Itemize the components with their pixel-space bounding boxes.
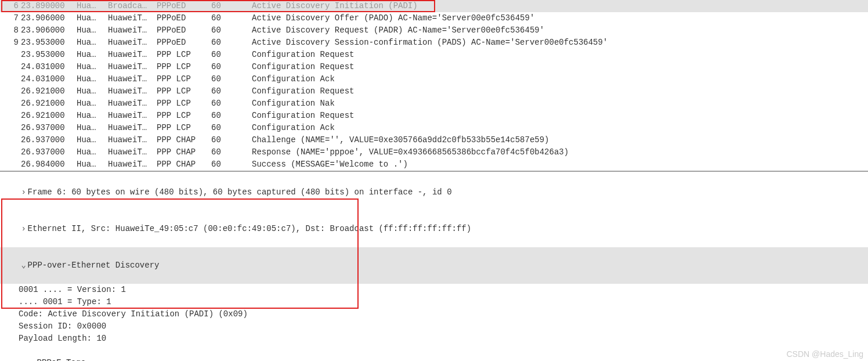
packet-length: 60 (209, 158, 246, 171)
packet-row[interactable]: 26.937000Hua…HuaweiT…PPP LCP60Configurat… (0, 122, 868, 134)
detail-tags-text: PPPoE Tags (37, 358, 86, 361)
packet-source: Hua… (74, 146, 106, 158)
packet-protocol: PPP LCP (154, 122, 209, 134)
packet-length: 60 (209, 85, 246, 98)
packet-info: Configuration Request (246, 85, 868, 98)
packet-length: 60 (209, 37, 246, 49)
detail-frame-text: Frame 6: 60 bytes on wire (480 bits), 60… (28, 187, 452, 197)
packet-source: Hua… (74, 24, 106, 37)
packet-no: 6 (2, 0, 19, 12)
packet-row[interactable]: 24.031000Hua…HuaweiT…PPP LCP60Configurat… (0, 73, 868, 85)
packet-destination: HuaweiT… (106, 85, 154, 98)
packet-no: 7 (2, 12, 19, 24)
packet-row[interactable]: 823.906000Hua…HuaweiT…PPPoED60Active Dis… (0, 24, 868, 37)
packet-source: Hua… (74, 85, 106, 98)
packet-no: 9 (2, 37, 19, 49)
packet-source: Hua… (74, 122, 106, 134)
packet-protocol: PPPoED (154, 12, 209, 24)
detail-type[interactable]: .... 0001 = Type: 1 (0, 296, 868, 308)
caret-right-icon[interactable]: › (20, 223, 28, 235)
packet-protocol: PPP LCP (154, 61, 209, 73)
packet-length: 60 (209, 12, 246, 24)
packet-source: Hua… (74, 98, 106, 110)
detail-session-id[interactable]: Session ID: 0x0000 (0, 320, 868, 333)
packet-destination: HuaweiT… (106, 146, 154, 158)
packet-time: 26.921000 (19, 98, 74, 110)
packet-row[interactable]: 723.906000Hua…HuaweiT…PPPoED60Active Dis… (0, 12, 868, 24)
packet-row[interactable]: 26.937000Hua…HuaweiT…PPP CHAP60Challenge… (0, 134, 868, 146)
packet-list: 623.890000Hua…Broadca…PPPoED60Active Dis… (0, 0, 868, 171)
packet-row[interactable]: 623.890000Hua…Broadca…PPPoED60Active Dis… (0, 0, 868, 12)
packet-no (2, 122, 19, 134)
packet-row[interactable]: 26.921000Hua…HuaweiT…PPP LCP60Configurat… (0, 85, 868, 98)
packet-time: 24.031000 (19, 73, 74, 85)
packet-source: Hua… (74, 110, 106, 122)
packet-protocol: PPP LCP (154, 98, 209, 110)
packet-no (2, 146, 19, 158)
packet-destination: HuaweiT… (106, 110, 154, 122)
packet-length: 60 (209, 98, 246, 110)
packet-source: Hua… (74, 37, 106, 49)
packet-info: Active Discovery Request (PADR) AC-Name=… (246, 24, 868, 37)
detail-code[interactable]: Code: Active Discovery Initiation (PADI)… (0, 308, 868, 320)
packet-time: 23.906000 (19, 24, 74, 37)
packet-info: Configuration Ack (246, 122, 868, 134)
packet-destination: Broadca… (106, 0, 154, 12)
packet-destination: HuaweiT… (106, 61, 154, 73)
packet-row[interactable]: 26.921000Hua…HuaweiT…PPP LCP60Configurat… (0, 110, 868, 122)
packet-source: Hua… (74, 158, 106, 171)
packet-length: 60 (209, 134, 246, 146)
packet-info: Active Discovery Initiation (PADI) (246, 0, 868, 12)
packet-no: 8 (2, 24, 19, 37)
packet-no (2, 158, 19, 171)
detail-pppoe-discovery[interactable]: ⌄PPP-over-Ethernet Discovery (0, 247, 868, 284)
packet-info: Challenge (NAME='', VALUE=0xe305766a9dd2… (246, 134, 868, 146)
packet-destination: HuaweiT… (106, 73, 154, 85)
caret-down-icon[interactable]: ⌄ (29, 357, 37, 361)
packet-protocol: PPP LCP (154, 110, 209, 122)
packet-row[interactable]: 23.953000Hua…HuaweiT…PPP LCP60Configurat… (0, 49, 868, 61)
caret-right-icon[interactable]: › (20, 186, 28, 198)
packet-info: Configuration Nak (246, 98, 868, 110)
packet-info: Success (MESSAGE='Welcome to .') (246, 158, 868, 171)
packet-no (2, 49, 19, 61)
packet-info: Active Discovery Offer (PADO) AC-Name='S… (246, 12, 868, 24)
packet-source: Hua… (74, 134, 106, 146)
packet-protocol: PPPoED (154, 37, 209, 49)
packet-info: Configuration Request (246, 61, 868, 73)
detail-payload-length[interactable]: Payload Length: 10 (0, 333, 868, 345)
packet-row[interactable]: 923.953000Hua…HuaweiT…PPPoED60Active Dis… (0, 37, 868, 49)
packet-protocol: PPP CHAP (154, 134, 209, 146)
packet-row[interactable]: 26.921000Hua…HuaweiT…PPP LCP60Configurat… (0, 98, 868, 110)
packet-row[interactable]: 24.031000Hua…HuaweiT…PPP LCP60Configurat… (0, 61, 868, 73)
packet-time: 26.921000 (19, 85, 74, 98)
detail-pppoe-tags[interactable]: ⌄PPPoE Tags (0, 345, 868, 361)
caret-down-icon[interactable]: ⌄ (20, 259, 28, 272)
packet-length: 60 (209, 49, 246, 61)
packet-details-pane: ›Frame 6: 60 bytes on wire (480 bits), 6… (0, 171, 868, 361)
detail-frame[interactable]: ›Frame 6: 60 bytes on wire (480 bits), 6… (0, 174, 868, 211)
packet-destination: HuaweiT… (106, 12, 154, 24)
packet-row[interactable]: 26.984000Hua…HuaweiT…PPP CHAP60Success (… (0, 158, 868, 171)
packet-no (2, 85, 19, 98)
packet-length: 60 (209, 122, 246, 134)
packet-time: 26.937000 (19, 146, 74, 158)
packet-length: 60 (209, 146, 246, 158)
packet-source: Hua… (74, 0, 106, 12)
packet-length: 60 (209, 0, 246, 12)
packet-no (2, 134, 19, 146)
packet-row[interactable]: 26.937000Hua…HuaweiT…PPP CHAP60Response … (0, 146, 868, 158)
detail-version[interactable]: 0001 .... = Version: 1 (0, 284, 868, 296)
packet-time: 23.906000 (19, 12, 74, 24)
packet-length: 60 (209, 24, 246, 37)
packet-destination: HuaweiT… (106, 158, 154, 171)
detail-ethernet-text: Ethernet II, Src: HuaweiTe_49:05:c7 (00:… (28, 224, 472, 233)
packet-destination: HuaweiT… (106, 98, 154, 110)
packet-protocol: PPP LCP (154, 73, 209, 85)
packet-protocol: PPP LCP (154, 85, 209, 98)
detail-ethernet[interactable]: ›Ethernet II, Src: HuaweiTe_49:05:c7 (00… (0, 211, 868, 247)
packet-time: 24.031000 (19, 61, 74, 73)
packet-time: 23.890000 (19, 0, 74, 12)
packet-no (2, 110, 19, 122)
packet-info: Configuration Request (246, 110, 868, 122)
